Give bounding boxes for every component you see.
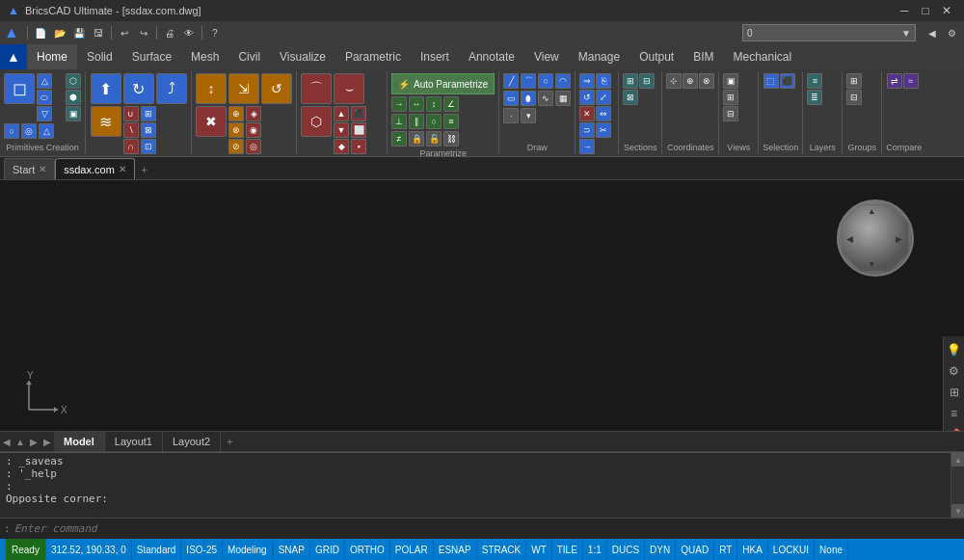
scroll-up-icon[interactable]: ▲ bbox=[951, 453, 964, 467]
param-icon12[interactable]: ⛓ bbox=[443, 131, 459, 147]
status-iso25[interactable]: ISO-25 bbox=[181, 539, 223, 560]
view-icon2[interactable]: ⊞ bbox=[723, 90, 738, 105]
maximize-button[interactable]: □ bbox=[916, 3, 935, 18]
view-icon1[interactable]: ▣ bbox=[723, 73, 738, 89]
mod-icon3[interactable]: ⊡ bbox=[141, 139, 156, 154]
status-tile[interactable]: TILE bbox=[552, 539, 583, 560]
filter-icon[interactable]: ⊞ bbox=[945, 383, 964, 402]
status-dyn[interactable]: DYN bbox=[645, 539, 676, 560]
point-icon[interactable]: · bbox=[503, 108, 519, 123]
fillet-icon[interactable]: ⌒ bbox=[301, 73, 332, 104]
section-plane-icon[interactable]: ⊞ bbox=[623, 73, 638, 89]
dm-icon4[interactable]: ◈ bbox=[246, 106, 261, 121]
status-esnap[interactable]: ESNAP bbox=[434, 539, 477, 560]
extend-icon[interactable]: → bbox=[579, 139, 595, 154]
open-button[interactable]: 📂 bbox=[51, 24, 68, 41]
layout-tab-layout2[interactable]: Layout2 bbox=[163, 432, 221, 451]
se-icon4[interactable]: ⬛ bbox=[351, 106, 366, 121]
move-face-icon[interactable]: ⇲ bbox=[228, 73, 259, 104]
pyramid-icon[interactable]: △ bbox=[39, 123, 54, 139]
layout-add-button[interactable]: + bbox=[221, 436, 238, 447]
settings-icon[interactable]: ⚙ bbox=[945, 361, 964, 381]
help-button[interactable]: ? bbox=[206, 24, 224, 41]
dm-icon6[interactable]: ◎ bbox=[246, 139, 261, 154]
param-icon1[interactable]: → bbox=[391, 96, 407, 112]
tab-ssdax-close-icon[interactable]: ✕ bbox=[119, 164, 126, 174]
cmd-input[interactable] bbox=[14, 522, 960, 535]
polyline-icon[interactable]: ⌒ bbox=[521, 73, 536, 89]
copy-icon[interactable]: ⎘ bbox=[596, 73, 611, 89]
chamfer-icon[interactable]: ⌣ bbox=[334, 73, 364, 104]
layout-prev2-icon[interactable]: ▲ bbox=[13, 431, 27, 452]
layout-next-icon[interactable]: ▶ bbox=[27, 431, 40, 452]
param-icon3[interactable]: ↕ bbox=[426, 96, 442, 112]
scale-icon[interactable]: ⤢ bbox=[596, 90, 611, 105]
status-standard[interactable]: Standard bbox=[132, 539, 182, 560]
new-button[interactable]: 📄 bbox=[32, 24, 49, 41]
param-icon6[interactable]: ∥ bbox=[409, 114, 424, 129]
group-icon2[interactable]: ⊟ bbox=[846, 90, 862, 105]
auto-parametrize-button[interactable]: ⚡ Auto Parametrize bbox=[391, 73, 495, 94]
layout-prev-icon[interactable]: ◀ bbox=[0, 431, 13, 452]
compare-icon2[interactable]: ≈ bbox=[903, 73, 919, 89]
rotate-icon[interactable]: ↺ bbox=[579, 90, 595, 105]
status-hka[interactable]: HKA bbox=[737, 539, 768, 560]
status-polar[interactable]: POLAR bbox=[390, 539, 434, 560]
menu-parametric[interactable]: Parametric bbox=[335, 44, 411, 69]
mod-icon2[interactable]: ⊠ bbox=[141, 122, 156, 138]
layer-icon2[interactable]: ≣ bbox=[807, 90, 822, 105]
ucs-icon[interactable]: ⊹ bbox=[666, 73, 682, 89]
spline-icon[interactable]: ∿ bbox=[538, 91, 553, 106]
save-button[interactable]: 💾 bbox=[70, 24, 88, 41]
status-none[interactable]: None bbox=[815, 539, 848, 560]
tab-ssdax[interactable]: ssdax.com ✕ bbox=[55, 158, 135, 179]
circle-icon[interactable]: ○ bbox=[538, 73, 553, 89]
layout-tab-model[interactable]: Model bbox=[54, 432, 105, 451]
subtract-icon[interactable]: ∖ bbox=[123, 122, 139, 138]
mod-icon1[interactable]: ⊞ bbox=[141, 106, 156, 121]
se-icon6[interactable]: ▪ bbox=[351, 139, 366, 154]
se-icon1[interactable]: ▲ bbox=[334, 106, 349, 121]
prim-icon2[interactable]: ⬢ bbox=[66, 90, 81, 105]
menu-surface[interactable]: Surface bbox=[122, 44, 181, 69]
tab-add-button[interactable]: + bbox=[135, 160, 154, 179]
status-quad[interactable]: QUAD bbox=[676, 539, 714, 560]
preview-button[interactable]: 👁 bbox=[180, 24, 198, 41]
cone-icon[interactable]: ▽ bbox=[37, 106, 52, 121]
layer-settings-icon[interactable]: ⚙ bbox=[943, 24, 960, 41]
push-pull-icon[interactable]: ↕ bbox=[196, 73, 227, 104]
param-icon8[interactable]: ≡ bbox=[443, 114, 459, 129]
se-icon2[interactable]: ▼ bbox=[334, 122, 349, 138]
draw-more-icon[interactable]: ▾ bbox=[521, 108, 536, 123]
erase-icon[interactable]: ✕ bbox=[579, 106, 595, 121]
sel-icon2[interactable]: ⬛ bbox=[780, 73, 795, 89]
compare-icon1[interactable]: ⇌ bbox=[887, 73, 902, 89]
menu-insert[interactable]: Insert bbox=[411, 44, 459, 69]
box-icon[interactable]: ◻ bbox=[4, 73, 35, 104]
param-icon5[interactable]: ⊥ bbox=[391, 114, 407, 129]
menu-civil[interactable]: Civil bbox=[228, 44, 270, 69]
menu-bim[interactable]: BIM bbox=[683, 44, 723, 69]
layout-model-icon[interactable]: ▶ bbox=[40, 431, 54, 452]
loft-icon[interactable]: ≋ bbox=[91, 106, 121, 137]
section-icon3[interactable]: ⊠ bbox=[623, 90, 638, 105]
dm-icon5[interactable]: ◉ bbox=[246, 122, 261, 138]
param-icon2[interactable]: ↔ bbox=[409, 96, 424, 112]
menu-visualize[interactable]: Visualize bbox=[270, 44, 335, 69]
rect-icon[interactable]: ▭ bbox=[503, 91, 519, 106]
status-strack[interactable]: STRACK bbox=[477, 539, 527, 560]
delete-face-icon[interactable]: ✖ bbox=[196, 106, 227, 137]
status-snap[interactable]: SNAP bbox=[274, 539, 310, 560]
logo-button[interactable]: ▲ bbox=[0, 44, 27, 69]
properties-icon[interactable]: 💡 bbox=[945, 340, 964, 360]
ellipse-icon[interactable]: ⬮ bbox=[521, 91, 536, 106]
menu-mesh[interactable]: Mesh bbox=[181, 44, 228, 69]
prim-icon3[interactable]: ▣ bbox=[66, 106, 81, 121]
se-icon3[interactable]: ◆ bbox=[334, 139, 349, 154]
ucs-icon3[interactable]: ⊗ bbox=[699, 73, 714, 89]
status-ducs[interactable]: DUCS bbox=[607, 539, 645, 560]
menu-annotate[interactable]: Annotate bbox=[459, 44, 524, 69]
status-wt[interactable]: WT bbox=[526, 539, 552, 560]
revolve-icon[interactable]: ↻ bbox=[123, 73, 154, 104]
trim-icon[interactable]: ✂ bbox=[596, 122, 611, 138]
